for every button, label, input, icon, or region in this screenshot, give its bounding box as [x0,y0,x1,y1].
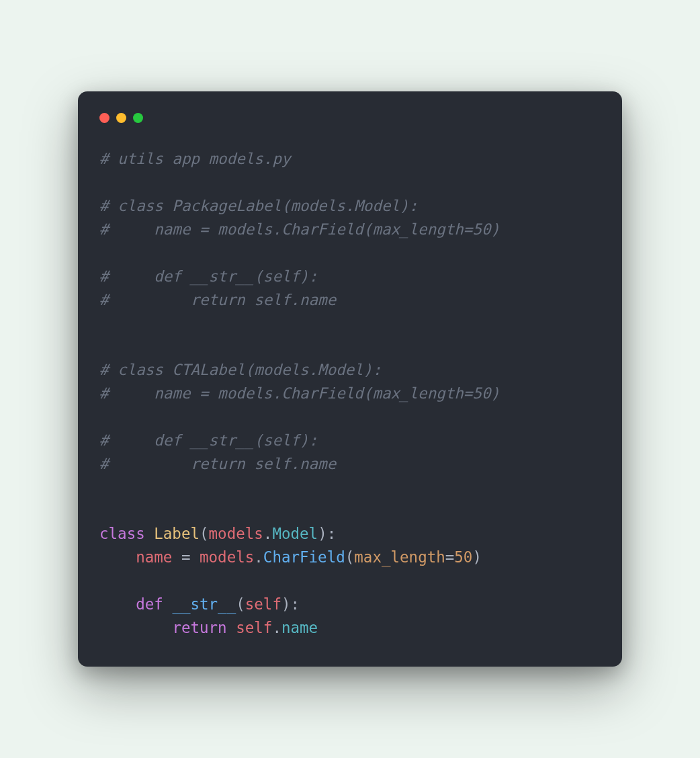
comment-line: # return self.name [99,291,336,308]
dot: . [263,525,273,542]
paren: ( [236,595,245,613]
identifier-self: self [245,595,281,613]
module-name: models [200,548,254,566]
base-class: Model [272,525,318,542]
colon: : [290,595,300,613]
comment-line: # utils app models.py [99,150,290,167]
module-name: models [209,525,263,542]
equals: = [181,548,191,566]
close-icon[interactable] [99,113,110,123]
func-charfield: CharField [263,548,345,566]
paren: ( [345,548,355,566]
paren: ) [281,595,291,613]
comment-line: # class PackageLabel(models.Model): [99,197,418,214]
keyword-return: return [172,619,226,636]
code-window: # utils app models.py # class PackageLab… [78,91,622,666]
paren: ) [318,525,327,542]
class-name: Label [154,525,200,542]
minimize-icon[interactable] [116,113,126,123]
comment-line: # name = models.CharField(max_length=50) [99,220,500,238]
dot: . [272,619,281,636]
param-max-length: max_length [354,548,445,566]
comment-line: # name = models.CharField(max_length=50) [99,384,500,402]
comment-line: # return self.name [99,455,336,472]
keyword-def: def [136,595,163,613]
code-block: # utils app models.py # class PackageLab… [99,147,601,639]
comment-line: # class CTALabel(models.Model): [99,361,382,378]
traffic-lights [99,113,601,123]
keyword-class: class [99,525,145,542]
identifier-self: self [236,619,272,636]
func-str: __str__ [172,595,236,613]
comment-line: # def __str__(self): [99,431,318,449]
colon: : [327,525,337,542]
dot: . [254,548,263,566]
number-50: 50 [454,548,472,566]
paren: ) [472,548,482,566]
identifier-name: name [136,548,172,566]
equals: = [445,548,455,566]
attr-name: name [281,619,318,636]
comment-line: # def __str__(self): [99,267,318,285]
zoom-icon[interactable] [133,113,143,123]
paren: ( [200,525,209,542]
